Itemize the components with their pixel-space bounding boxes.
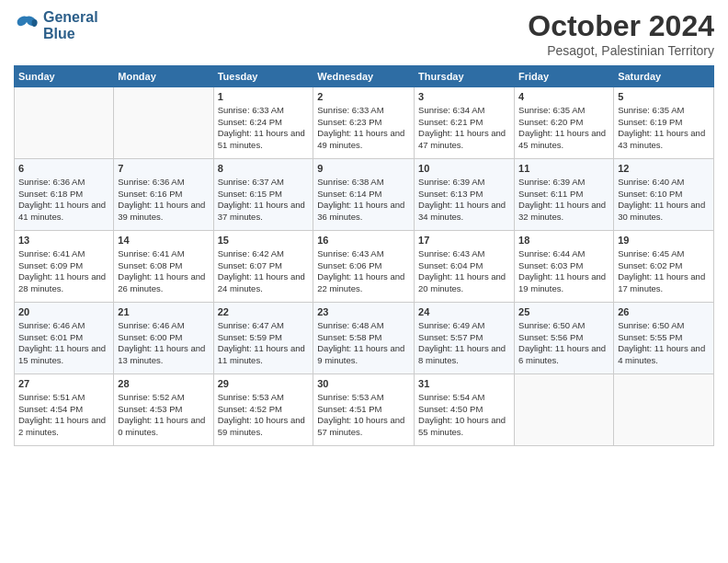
sunrise-text: Sunrise: 6:43 AM (418, 248, 510, 260)
day-number: 20 (18, 305, 109, 319)
daylight-text: Daylight: 10 hours and 55 minutes. (418, 415, 510, 439)
daylight-text: Daylight: 11 hours and 0 minutes. (118, 415, 209, 439)
day-number: 22 (218, 305, 310, 319)
day-number: 17 (418, 234, 510, 247)
calendar-cell: 24Sunrise: 6:49 AMSunset: 5:57 PMDayligh… (415, 303, 515, 374)
sunset-text: Sunset: 6:24 PM (218, 117, 310, 129)
day-number: 30 (317, 377, 410, 391)
week-row: 20Sunrise: 6:46 AMSunset: 6:01 PMDayligh… (15, 303, 714, 374)
sunset-text: Sunset: 4:52 PM (218, 404, 310, 416)
sunset-text: Sunset: 6:14 PM (317, 189, 410, 201)
sunset-text: Sunset: 6:09 PM (18, 260, 109, 272)
calendar-cell: 10Sunrise: 6:39 AMSunset: 6:13 PMDayligh… (415, 159, 515, 231)
day-number: 14 (118, 234, 209, 247)
day-number: 4 (518, 90, 609, 104)
sunrise-text: Sunrise: 5:54 AM (418, 392, 510, 404)
calendar-cell: 12Sunrise: 6:40 AMSunset: 6:10 PMDayligh… (614, 159, 714, 231)
daylight-text: Daylight: 11 hours and 39 minutes. (118, 200, 209, 224)
calendar-cell: 27Sunrise: 5:51 AMSunset: 4:54 PMDayligh… (15, 374, 114, 446)
day-number: 11 (518, 162, 609, 176)
week-row: 13Sunrise: 6:41 AMSunset: 6:09 PMDayligh… (15, 231, 714, 303)
calendar-cell (15, 87, 114, 159)
daylight-text: Daylight: 11 hours and 32 minutes. (518, 200, 609, 224)
calendar-cell: 6Sunrise: 6:36 AMSunset: 6:18 PMDaylight… (15, 159, 114, 231)
daylight-text: Daylight: 11 hours and 34 minutes. (418, 200, 510, 224)
day-header-tuesday: Tuesday (213, 66, 313, 87)
calendar-cell: 30Sunrise: 5:53 AMSunset: 4:51 PMDayligh… (313, 374, 415, 446)
sunrise-text: Sunrise: 6:50 AM (518, 320, 609, 332)
header-row: SundayMondayTuesdayWednesdayThursdayFrid… (15, 66, 714, 87)
day-number: 6 (18, 162, 109, 176)
daylight-text: Daylight: 11 hours and 15 minutes. (18, 343, 109, 367)
calendar-cell: 2Sunrise: 6:33 AMSunset: 6:23 PMDaylight… (313, 87, 415, 159)
sunrise-text: Sunrise: 6:34 AM (418, 105, 510, 117)
day-number: 1 (218, 90, 310, 104)
calendar-cell: 29Sunrise: 5:53 AMSunset: 4:52 PMDayligh… (213, 374, 313, 446)
sunset-text: Sunset: 4:51 PM (317, 404, 410, 416)
calendar-cell (114, 87, 213, 159)
sunrise-text: Sunrise: 6:45 AM (618, 248, 710, 260)
day-number: 12 (618, 162, 710, 176)
daylight-text: Daylight: 11 hours and 9 minutes. (317, 343, 410, 367)
daylight-text: Daylight: 11 hours and 6 minutes. (518, 343, 609, 367)
sunset-text: Sunset: 6:23 PM (317, 117, 410, 129)
day-header-monday: Monday (114, 66, 213, 87)
sunset-text: Sunset: 6:01 PM (18, 332, 109, 344)
sunset-text: Sunset: 4:53 PM (118, 404, 209, 416)
header: General Blue October 2024 Pesagot, Pales… (14, 9, 714, 58)
daylight-text: Daylight: 11 hours and 37 minutes. (218, 200, 310, 224)
day-number: 5 (618, 90, 710, 104)
sunset-text: Sunset: 5:55 PM (618, 332, 710, 344)
calendar-cell: 1Sunrise: 6:33 AMSunset: 6:24 PMDaylight… (213, 87, 313, 159)
calendar-cell: 21Sunrise: 6:46 AMSunset: 6:00 PMDayligh… (114, 303, 213, 374)
sunset-text: Sunset: 6:04 PM (418, 260, 510, 272)
sunset-text: Sunset: 5:56 PM (518, 332, 609, 344)
calendar-cell: 18Sunrise: 6:44 AMSunset: 6:03 PMDayligh… (515, 231, 614, 303)
sunset-text: Sunset: 6:13 PM (418, 189, 510, 201)
day-number: 29 (218, 377, 310, 391)
sunrise-text: Sunrise: 6:46 AM (118, 320, 209, 332)
calendar-cell (614, 374, 714, 446)
calendar-cell: 14Sunrise: 6:41 AMSunset: 6:08 PMDayligh… (114, 231, 213, 303)
day-number: 18 (518, 234, 609, 247)
location: Pesagot, Palestinian Territory (528, 43, 714, 58)
sunset-text: Sunset: 6:10 PM (618, 189, 710, 201)
calendar-cell: 19Sunrise: 6:45 AMSunset: 6:02 PMDayligh… (614, 231, 714, 303)
day-number: 9 (317, 162, 410, 176)
daylight-text: Daylight: 11 hours and 26 minutes. (118, 271, 209, 295)
sunset-text: Sunset: 6:18 PM (18, 189, 109, 201)
daylight-text: Daylight: 11 hours and 24 minutes. (218, 271, 310, 295)
day-header-thursday: Thursday (415, 66, 515, 87)
day-number: 25 (518, 305, 609, 319)
sunrise-text: Sunrise: 6:48 AM (317, 320, 410, 332)
calendar-cell: 22Sunrise: 6:47 AMSunset: 5:59 PMDayligh… (213, 303, 313, 374)
day-number: 26 (618, 305, 710, 319)
daylight-text: Daylight: 10 hours and 59 minutes. (218, 415, 310, 439)
week-row: 6Sunrise: 6:36 AMSunset: 6:18 PMDaylight… (15, 159, 714, 231)
sunrise-text: Sunrise: 6:41 AM (118, 248, 209, 260)
calendar-cell: 20Sunrise: 6:46 AMSunset: 6:01 PMDayligh… (15, 303, 114, 374)
day-number: 15 (218, 234, 310, 247)
daylight-text: Daylight: 11 hours and 49 minutes. (317, 128, 410, 152)
daylight-text: Daylight: 11 hours and 43 minutes. (618, 128, 710, 152)
daylight-text: Daylight: 10 hours and 57 minutes. (317, 415, 410, 439)
sunrise-text: Sunrise: 6:35 AM (518, 105, 609, 117)
sunrise-text: Sunrise: 5:52 AM (118, 392, 209, 404)
sunrise-text: Sunrise: 6:47 AM (218, 320, 310, 332)
day-number: 24 (418, 305, 510, 319)
sunset-text: Sunset: 6:19 PM (618, 117, 710, 129)
week-row: 1Sunrise: 6:33 AMSunset: 6:24 PMDaylight… (15, 87, 714, 159)
sunrise-text: Sunrise: 6:39 AM (418, 177, 510, 189)
calendar-cell: 31Sunrise: 5:54 AMSunset: 4:50 PMDayligh… (415, 374, 515, 446)
day-number: 21 (118, 305, 209, 319)
sunset-text: Sunset: 5:58 PM (317, 332, 410, 344)
day-number: 31 (418, 377, 510, 391)
sunset-text: Sunset: 6:11 PM (518, 189, 609, 201)
logo-icon (14, 13, 40, 39)
calendar-cell: 23Sunrise: 6:48 AMSunset: 5:58 PMDayligh… (313, 303, 415, 374)
logo-text: General Blue (43, 9, 98, 41)
daylight-text: Daylight: 11 hours and 19 minutes. (518, 271, 609, 295)
sunrise-text: Sunrise: 6:37 AM (218, 177, 310, 189)
calendar-cell: 5Sunrise: 6:35 AMSunset: 6:19 PMDaylight… (614, 87, 714, 159)
sunset-text: Sunset: 6:08 PM (118, 260, 209, 272)
